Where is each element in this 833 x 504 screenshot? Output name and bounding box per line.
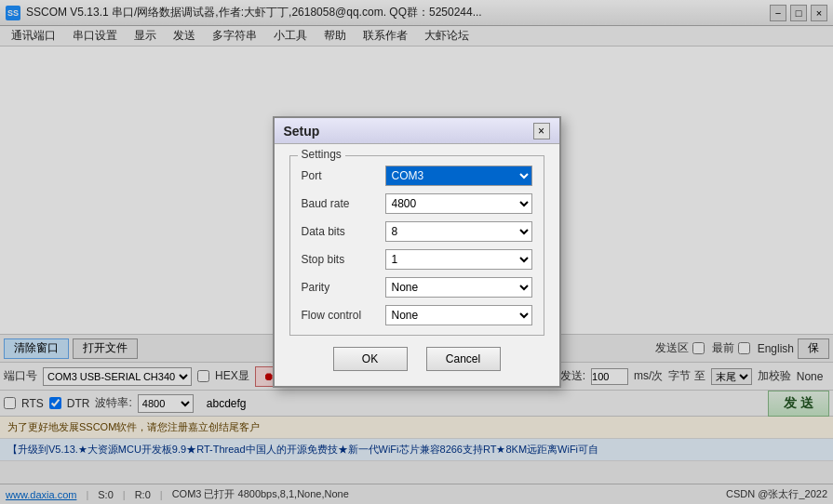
databits-field-select[interactable]: 8 bbox=[385, 221, 532, 242]
setting-stopbits-row: Stop bits 1 bbox=[302, 249, 532, 270]
ok-button[interactable]: OK bbox=[333, 347, 408, 371]
cancel-button[interactable]: Cancel bbox=[426, 347, 501, 371]
baudrate-field-label: Baud rate bbox=[302, 197, 385, 210]
dialog-close-button[interactable]: × bbox=[533, 123, 550, 139]
flowcontrol-field-select[interactable]: None bbox=[385, 305, 532, 325]
setting-parity-row: Parity None bbox=[302, 277, 532, 298]
dialog-buttons: OK Cancel bbox=[289, 347, 544, 375]
dialog-title: Setup bbox=[284, 124, 320, 139]
setting-databits-row: Data bits 8 bbox=[302, 221, 532, 242]
dialog-content: Settings Port COM3 Baud rate 4800 bbox=[275, 144, 559, 386]
setup-dialog: Setup × Settings Port COM3 Baud rate 480 bbox=[273, 116, 561, 388]
setting-flowcontrol-row: Flow control None bbox=[302, 305, 532, 325]
settings-group: Settings Port COM3 Baud rate 4800 bbox=[289, 155, 544, 336]
parity-field-label: Parity bbox=[302, 281, 385, 294]
stopbits-field-label: Stop bits bbox=[302, 253, 385, 266]
dialog-titlebar: Setup × bbox=[275, 118, 559, 144]
databits-field-label: Data bits bbox=[302, 225, 385, 238]
settings-legend: Settings bbox=[298, 148, 345, 161]
setting-port-row: Port COM3 bbox=[302, 166, 532, 186]
port-field-label: Port bbox=[302, 169, 385, 182]
modal-overlay: Setup × Settings Port COM3 Baud rate 480 bbox=[0, 0, 833, 504]
parity-field-select[interactable]: None bbox=[385, 277, 532, 298]
port-field-select[interactable]: COM3 bbox=[385, 166, 532, 186]
baudrate-field-select[interactable]: 4800 bbox=[385, 193, 532, 214]
setting-baudrate-row: Baud rate 4800 bbox=[302, 193, 532, 214]
flowcontrol-field-label: Flow control bbox=[302, 309, 385, 322]
stopbits-field-select[interactable]: 1 bbox=[385, 249, 532, 270]
